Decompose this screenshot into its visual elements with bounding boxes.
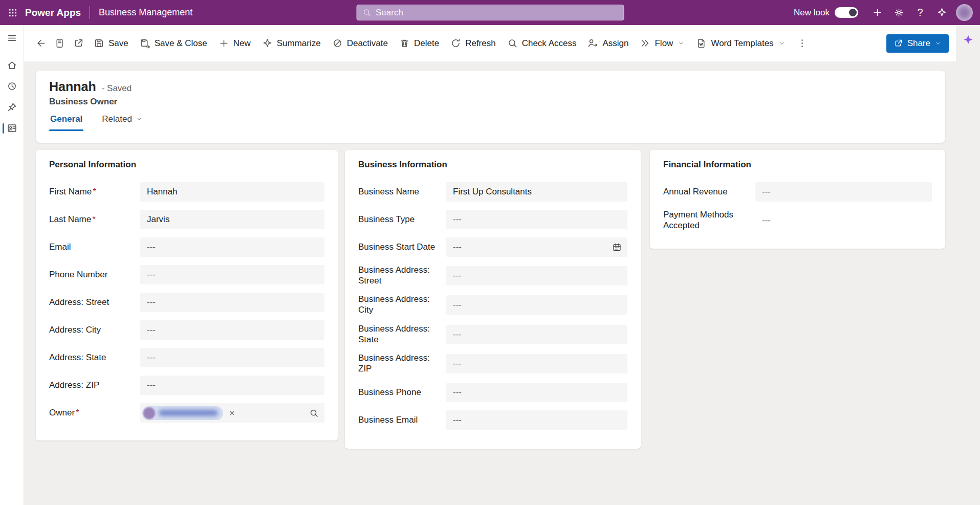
business-email-field[interactable]: ---: [446, 410, 627, 430]
owner-lookup-pill[interactable]: [142, 406, 223, 420]
address-city-field[interactable]: ---: [140, 320, 324, 340]
field-label-text: Address: ZIP: [49, 380, 99, 390]
x-icon: [228, 409, 236, 417]
address-zip-field[interactable]: ---: [140, 376, 324, 395]
check-access-button[interactable]: Check Access: [502, 32, 582, 55]
field-label: Business Name: [358, 187, 446, 197]
address-street-field[interactable]: ---: [140, 293, 324, 312]
share-button[interactable]: Share: [886, 34, 949, 53]
tab-related[interactable]: Related: [101, 114, 144, 131]
app-brand: Power Apps: [25, 7, 81, 18]
field-value: ---: [453, 214, 462, 225]
first-name-field[interactable]: Hannah: [140, 182, 324, 202]
copilot-pane-button[interactable]: [959, 31, 977, 49]
assign-button[interactable]: Assign: [582, 32, 634, 55]
business-name-field[interactable]: First Up Consultants: [446, 182, 627, 202]
section-title: Financial Information: [663, 160, 932, 170]
command-label: Save: [108, 38, 128, 49]
open-in-new-window-button[interactable]: [69, 32, 88, 55]
date-picker-icon[interactable]: [612, 243, 622, 252]
refresh-button[interactable]: Refresh: [445, 32, 502, 55]
refresh-icon: [450, 38, 461, 49]
required-asterisk: *: [93, 187, 96, 196]
power-apps-window: { "topbar": { "app_name": "Power Apps", …: [0, 0, 980, 505]
command-label: Save & Close: [155, 38, 207, 49]
form-selector-button[interactable]: [50, 32, 69, 55]
home-icon: [7, 60, 17, 71]
address-state-field[interactable]: ---: [140, 348, 324, 367]
section-financial-information: Financial Information Annual Revenue---P…: [650, 150, 945, 249]
chevron-down-icon: [678, 40, 685, 47]
field-row: Owner*: [49, 403, 324, 423]
back-button[interactable]: [31, 32, 50, 55]
summarize-button[interactable]: Summarize: [256, 32, 326, 55]
field-value: Hannah: [147, 187, 178, 197]
field-label-text: Payment Methods Accepted: [663, 210, 733, 230]
create-button[interactable]: [866, 0, 888, 25]
last-name-field[interactable]: Jarvis: [140, 210, 324, 229]
business-phone-field[interactable]: ---: [446, 383, 627, 402]
field-label: Phone Number: [49, 270, 140, 280]
owner-field[interactable]: [140, 403, 324, 423]
account-avatar[interactable]: [956, 4, 973, 21]
business-type-field[interactable]: ---: [446, 210, 627, 229]
sidebar-item-recent[interactable]: [0, 76, 24, 97]
deactivate-button[interactable]: Deactivate: [326, 32, 394, 55]
word-icon: [696, 38, 707, 49]
phone-number-field[interactable]: ---: [140, 265, 324, 284]
field-value: ---: [762, 215, 771, 225]
sidebar-item-pinned[interactable]: [0, 97, 24, 118]
delete-button[interactable]: Delete: [394, 32, 445, 55]
field-value: ---: [147, 297, 156, 308]
business-address-city-field[interactable]: ---: [446, 295, 627, 315]
field-row: Email---: [49, 237, 324, 257]
site-map-toggle-button[interactable]: [0, 28, 24, 49]
copilot-icon: [937, 7, 947, 18]
more-commands-button[interactable]: [791, 32, 814, 55]
save-button[interactable]: Save: [88, 32, 134, 55]
new-button[interactable]: New: [213, 32, 256, 55]
help-button[interactable]: ?: [909, 0, 931, 25]
field-value: ---: [147, 380, 156, 390]
assign-icon: [587, 38, 598, 49]
field-row: Business Start Date---: [358, 237, 627, 257]
form-tabs: GeneralRelated: [49, 114, 932, 131]
field-label-text: Annual Revenue: [663, 187, 728, 196]
field-value: ---: [453, 359, 462, 369]
lookup-search-icon[interactable]: [309, 408, 319, 418]
field-label-text: Business Address: City: [358, 294, 430, 315]
save-close-icon: [140, 38, 150, 49]
popout-icon: [73, 38, 84, 49]
save-and-close-button[interactable]: Save & Close: [134, 32, 213, 55]
word-templates-button[interactable]: Word Templates: [690, 32, 791, 55]
flow-button[interactable]: Flow: [634, 32, 690, 55]
annual-revenue-field[interactable]: ---: [755, 182, 932, 202]
field-label: Last Name*: [49, 214, 140, 225]
copilot-button[interactable]: [931, 0, 952, 25]
field-label-text: Business Type: [358, 214, 415, 224]
business-address-zip-field[interactable]: ---: [446, 354, 627, 374]
remove-owner-button[interactable]: [228, 409, 236, 417]
tab-general[interactable]: General: [49, 114, 83, 131]
global-search-input[interactable]: Search: [356, 5, 624, 20]
search-icon: [362, 8, 371, 17]
sidebar-item-home[interactable]: [0, 55, 24, 76]
field-row: Phone Number---: [49, 265, 324, 284]
record-status: - Saved: [102, 83, 132, 94]
field-label-text: Business Name: [358, 187, 419, 196]
command-label: Check Access: [522, 38, 577, 49]
plus-icon: [219, 38, 229, 49]
field-label: Business Address: Street: [358, 265, 446, 286]
copilot-icon: [262, 38, 273, 49]
field-label: Address: State: [49, 353, 140, 363]
field-label: Payment Methods Accepted: [663, 210, 755, 231]
settings-button[interactable]: [888, 0, 909, 25]
business-address-street-field[interactable]: ---: [446, 266, 627, 286]
new-look-toggle[interactable]: [835, 7, 858, 18]
sidebar-item-business-owners[interactable]: [0, 118, 24, 139]
business-start-date-field[interactable]: ---: [446, 237, 627, 257]
app-launcher-button[interactable]: [0, 0, 25, 25]
email-field[interactable]: ---: [140, 237, 324, 257]
share-label: Share: [907, 38, 930, 49]
business-address-state-field[interactable]: ---: [446, 325, 627, 344]
